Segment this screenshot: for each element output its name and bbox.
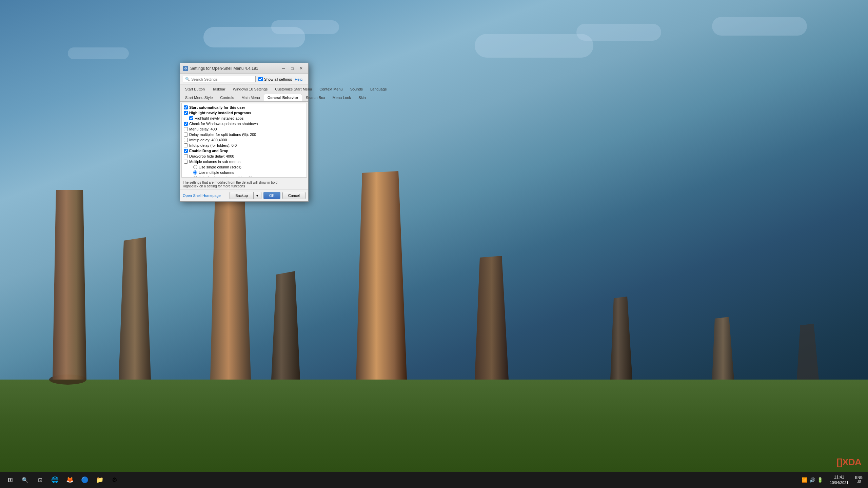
taskbar-icon-settings[interactable]: ⚙: [107, 472, 122, 487]
setting-single-column[interactable]: Use single column (scroll): [192, 164, 306, 170]
backup-button-group: Backup ▼: [230, 192, 261, 199]
volume-icon: 🔊: [809, 477, 815, 483]
xda-watermark: []XDA: [836, 457, 861, 468]
cb-delay-multiplier[interactable]: [184, 133, 188, 137]
label-menu-delay: Menu delay: 400: [189, 127, 217, 131]
setting-highlight-new[interactable]: Highlight newly installed programs: [182, 110, 306, 116]
setting-enable-drag-drop[interactable]: Enable Drag and Drop: [182, 148, 306, 154]
cb-multiple-columns[interactable]: [184, 160, 188, 164]
maximize-button[interactable]: □: [288, 65, 297, 72]
tab-start-menu-style[interactable]: Start Menu Style: [181, 94, 216, 101]
lang-region: US: [855, 480, 863, 484]
setting-start-auto[interactable]: Start automatically for this user: [182, 105, 306, 110]
taskbar-icon-chrome[interactable]: 🔵: [77, 472, 92, 487]
taskbar-icon-edge[interactable]: 🌐: [47, 472, 62, 487]
lang-name: ENG: [855, 476, 863, 480]
tab-context-menu[interactable]: Context Menu: [316, 85, 346, 93]
label-highlight-new-apps: Highlight newly installed apps: [195, 116, 243, 120]
wifi-icon: 📶: [802, 477, 807, 483]
setting-auto-columns[interactable]: Auto (multiple columns if they fit): [192, 175, 306, 178]
cb-start-auto[interactable]: [184, 105, 188, 109]
radio-auto-columns[interactable]: [193, 176, 197, 178]
tab-search-box[interactable]: Search Box: [302, 94, 329, 101]
svg-marker-5: [356, 171, 407, 380]
setting-infotip-delay-folders[interactable]: Infotip delay (for folders): 0,0: [182, 143, 306, 148]
label-enable-drag-drop: Enable Drag and Drop: [189, 149, 229, 153]
sys-tray: 📶 🔊 🔋: [799, 477, 826, 483]
svg-marker-4: [271, 271, 300, 380]
backup-button[interactable]: Backup: [230, 192, 253, 199]
tab-controls[interactable]: Controls: [216, 94, 238, 101]
label-multiple-columns: Multiple columns in sub-menus: [189, 160, 240, 164]
search-button[interactable]: 🔍: [18, 472, 33, 487]
ok-button[interactable]: OK: [263, 192, 280, 199]
close-button[interactable]: ✕: [297, 65, 305, 72]
setting-infotip-delay[interactable]: Infotip delay: 400,4000: [182, 137, 306, 143]
backup-dropdown-arrow[interactable]: ▼: [253, 192, 261, 199]
search-input[interactable]: [191, 77, 253, 81]
tab-start-button[interactable]: Start Button: [181, 85, 209, 93]
cb-infotip-delay[interactable]: [184, 138, 188, 142]
taskbar-icon-firefox[interactable]: 🦊: [62, 472, 77, 487]
tab-sounds[interactable]: Sounds: [347, 85, 367, 93]
svg-marker-6: [475, 256, 509, 380]
status-bar: The settings that are modified from the …: [180, 179, 308, 189]
tab-taskbar[interactable]: Taskbar: [209, 85, 229, 93]
svg-marker-9: [797, 324, 819, 380]
setting-delay-multiplier[interactable]: Delay multiplier for split buttons (%): …: [182, 132, 306, 137]
cb-infotip-delay-folders[interactable]: [184, 143, 188, 147]
cb-check-windows-updates[interactable]: [184, 122, 188, 126]
start-button[interactable]: ⊞: [3, 472, 18, 487]
tab-customize-start-menu[interactable]: Customize Start Menu: [271, 85, 316, 93]
time-date-block[interactable]: 11:41 10/04/2021: [827, 475, 851, 485]
lang-block[interactable]: ENG US: [852, 476, 865, 484]
setting-multiple-columns[interactable]: Multiple columns in sub-menus: [182, 159, 306, 164]
battery-icon: 🔋: [817, 477, 823, 483]
label-delay-multiplier: Delay multiplier for split buttons (%): …: [189, 133, 256, 137]
label-auto-columns: Auto (multiple columns if they fit): [199, 176, 253, 178]
settings-dialog: ⚙ Settings for Open-Shell Menu 4.4.191 ─…: [180, 63, 309, 202]
dialog-titlebar[interactable]: ⚙ Settings for Open-Shell Menu 4.4.191 ─…: [180, 63, 308, 74]
desktop: ⚙ Settings for Open-Shell Menu 4.4.191 ─…: [0, 0, 868, 488]
taskbar-icon-files[interactable]: 📁: [92, 472, 107, 487]
standing-stones: [0, 122, 868, 393]
cb-highlight-new-apps[interactable]: [189, 116, 193, 120]
clock-time: 11:41: [830, 475, 848, 480]
cb-drag-drop-delay[interactable]: [184, 154, 188, 158]
svg-marker-7: [610, 297, 632, 380]
cb-menu-delay[interactable]: [184, 127, 188, 131]
setting-multiple-columns-radio[interactable]: Use multiple columns: [192, 170, 306, 175]
taskview-button[interactable]: ⊡: [33, 472, 47, 487]
setting-menu-delay[interactable]: Menu delay: 400: [182, 126, 306, 132]
search-icon: 🔍: [185, 77, 190, 81]
tabs-row2: Start Menu Style Controls Main Menu Gene…: [180, 93, 308, 102]
taskbar: ⊞ 🔍 ⊡ 🌐 🦊 🔵 📁 ⚙ 📶 🔊 🔋 11:41 10/04/2021 E…: [0, 472, 868, 488]
tab-menu-look[interactable]: Menu Look: [329, 94, 355, 101]
dialog-title: Settings for Open-Shell Menu 4.4.191: [190, 66, 279, 71]
tab-main-menu[interactable]: Main Menu: [238, 94, 263, 101]
clock-date: 10/04/2021: [830, 480, 848, 485]
setting-highlight-new-apps[interactable]: Highlight newly installed apps: [188, 116, 306, 121]
cb-highlight-new[interactable]: [184, 111, 188, 115]
taskbar-right: 📶 🔊 🔋 11:41 10/04/2021 ENG US: [799, 475, 865, 485]
help-link[interactable]: Help...: [295, 77, 305, 81]
label-single-column: Use single column (scroll): [199, 165, 241, 169]
minimize-button[interactable]: ─: [279, 65, 288, 72]
tab-general-behavior[interactable]: General Behavior: [264, 94, 302, 101]
setting-check-windows-updates[interactable]: Check for Windows updates on shutdown: [182, 121, 306, 126]
radio-single-column[interactable]: [193, 165, 197, 169]
cb-enable-drag-drop[interactable]: [184, 149, 188, 153]
cancel-button[interactable]: Cancel: [282, 192, 305, 199]
homepage-link[interactable]: Open-Shell Homepage: [183, 194, 228, 198]
radio-multiple-columns[interactable]: [193, 170, 197, 175]
svg-marker-8: [712, 317, 734, 380]
settings-content[interactable]: Start automatically for this user Highli…: [181, 103, 307, 178]
setting-drag-drop-delay[interactable]: Drag/drop hide delay: 4000: [182, 154, 306, 159]
status-line2: Right-click on a setting for more functi…: [183, 184, 305, 188]
show-all-checkbox[interactable]: [258, 77, 263, 81]
tab-skin[interactable]: Skin: [355, 94, 369, 101]
tab-language[interactable]: Language: [367, 85, 391, 93]
status-line1: The settings that are modified from the …: [183, 181, 305, 184]
search-input-wrap[interactable]: 🔍: [183, 76, 256, 82]
tab-windows10-settings[interactable]: Windows 10 Settings: [229, 85, 272, 93]
